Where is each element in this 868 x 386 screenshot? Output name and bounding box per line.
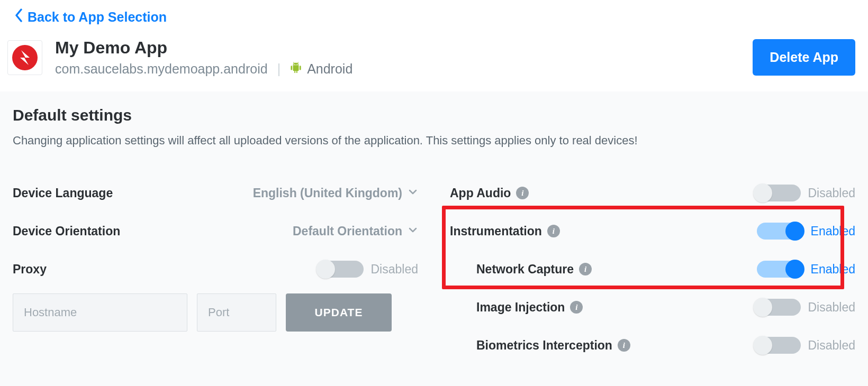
image-injection-row: Image Injection i Disabled bbox=[450, 288, 855, 326]
info-icon[interactable]: i bbox=[516, 187, 529, 199]
device-orientation-row: Device Orientation Default Orientation bbox=[13, 212, 418, 250]
divider: | bbox=[277, 61, 281, 77]
device-orientation-value: Default Orientation bbox=[293, 224, 402, 238]
instrumentation-label: Instrumentation bbox=[450, 224, 542, 238]
device-orientation-select[interactable]: Default Orientation bbox=[293, 224, 418, 238]
android-icon bbox=[290, 61, 302, 77]
instrumentation-state-label: Enabled bbox=[811, 224, 855, 238]
instrumentation-toggle[interactable] bbox=[757, 223, 803, 240]
app-header: My Demo App com.saucelabs.mydemoapp.andr… bbox=[0, 31, 868, 91]
device-language-value: English (United Kingdom) bbox=[253, 186, 402, 200]
proxy-row: Proxy Disabled bbox=[13, 250, 418, 288]
settings-left-column: Device Language English (United Kingdom)… bbox=[13, 174, 418, 364]
device-orientation-label: Device Orientation bbox=[13, 224, 120, 238]
back-to-app-selection-link[interactable]: Back to App Selection bbox=[0, 0, 178, 31]
app-platform: Android bbox=[290, 61, 352, 77]
app-audio-row: App Audio i Disabled bbox=[450, 174, 855, 212]
instrumentation-row: Instrumentation i Enabled bbox=[450, 212, 855, 250]
chevron-down-icon bbox=[408, 186, 418, 200]
app-platform-label: Android bbox=[307, 61, 352, 77]
settings-panel: Default settings Changing application se… bbox=[0, 91, 868, 386]
device-language-row: Device Language English (United Kingdom) bbox=[13, 174, 418, 212]
proxy-state-label: Disabled bbox=[371, 262, 419, 277]
image-injection-label: Image Injection bbox=[476, 300, 565, 315]
app-audio-toggle[interactable] bbox=[754, 185, 801, 201]
settings-right-column: App Audio i Disabled Instrumentation i E… bbox=[450, 174, 855, 364]
delete-app-button[interactable]: Delete App bbox=[753, 39, 855, 76]
image-injection-toggle[interactable] bbox=[754, 299, 801, 316]
proxy-toggle[interactable] bbox=[317, 261, 364, 278]
device-language-select[interactable]: English (United Kingdom) bbox=[253, 186, 418, 200]
network-capture-label: Network Capture bbox=[476, 262, 574, 277]
app-title: My Demo App bbox=[55, 38, 753, 58]
biometrics-interception-toggle[interactable] bbox=[754, 337, 801, 354]
proxy-form: UPDATE bbox=[13, 293, 418, 332]
chevron-left-icon bbox=[15, 8, 23, 25]
proxy-port-input[interactable] bbox=[197, 293, 276, 332]
proxy-hostname-input[interactable] bbox=[13, 293, 187, 332]
back-link-label: Back to App Selection bbox=[28, 10, 167, 25]
proxy-update-button[interactable]: UPDATE bbox=[286, 293, 392, 332]
app-audio-label: App Audio bbox=[450, 186, 511, 200]
settings-description: Changing application settings will affec… bbox=[13, 134, 855, 148]
chevron-down-icon bbox=[408, 224, 418, 238]
device-language-label: Device Language bbox=[13, 186, 113, 200]
settings-heading: Default settings bbox=[13, 106, 855, 124]
info-icon[interactable]: i bbox=[618, 339, 630, 352]
image-injection-state-label: Disabled bbox=[808, 300, 856, 315]
proxy-label: Proxy bbox=[13, 262, 47, 277]
info-icon[interactable]: i bbox=[547, 225, 560, 237]
network-capture-row: Network Capture i Enabled bbox=[450, 250, 855, 288]
network-capture-toggle[interactable] bbox=[757, 261, 803, 278]
app-icon bbox=[7, 40, 42, 75]
biometrics-interception-state-label: Disabled bbox=[808, 338, 856, 353]
biometrics-interception-row: Biometrics Interception i Disabled bbox=[450, 326, 855, 364]
app-audio-state-label: Disabled bbox=[808, 186, 856, 200]
app-package-id: com.saucelabs.mydemoapp.android bbox=[55, 61, 268, 77]
biometrics-interception-label: Biometrics Interception bbox=[476, 338, 612, 353]
svg-point-0 bbox=[12, 45, 38, 70]
info-icon[interactable]: i bbox=[570, 301, 583, 314]
network-capture-state-label: Enabled bbox=[811, 262, 855, 277]
info-icon[interactable]: i bbox=[579, 263, 592, 275]
